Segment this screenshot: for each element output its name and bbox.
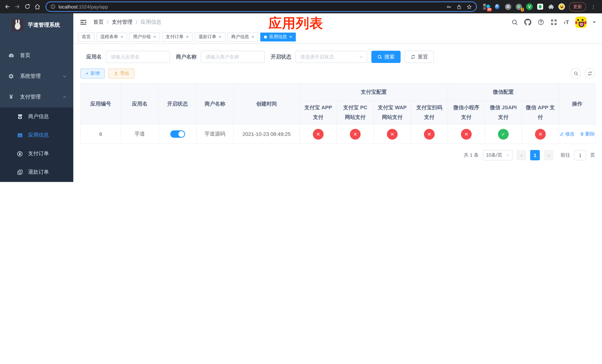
merchant-name-label: 商户名称 — [176, 54, 197, 60]
col-wx-mini: 微信小程序支付 — [448, 101, 485, 124]
add-button[interactable]: + 新增 — [80, 68, 105, 78]
sidebar-item-system[interactable]: 系统管理 — [0, 66, 73, 87]
chevron-down-icon — [505, 153, 509, 157]
dashboard-icon — [8, 52, 14, 59]
active-dot — [264, 35, 267, 38]
sidebar-item-merchant-info[interactable]: 商户信息 — [0, 107, 73, 126]
edit-link[interactable]: 修改 — [559, 131, 575, 137]
close-icon[interactable]: ✕ — [153, 35, 156, 39]
refresh-button[interactable] — [585, 68, 595, 78]
table-toolbar: + 新增 导出 — [80, 68, 595, 78]
tab-app-info[interactable]: 应用信息✕ — [260, 32, 296, 41]
site-info-icon[interactable] — [50, 4, 55, 9]
app-name-label: 应用名 — [86, 54, 102, 60]
tab-home[interactable]: 首页 — [78, 32, 94, 41]
share-icon[interactable] — [456, 4, 462, 10]
top-navbar: 首页 / 支付管理 / 应用信息 тT — [73, 13, 602, 31]
sidebar-item-home[interactable]: 首页 — [0, 45, 73, 66]
app-name-input[interactable] — [106, 51, 170, 63]
delete-link[interactable]: 删除 — [580, 131, 595, 137]
download-icon — [114, 71, 118, 75]
page-size-select[interactable]: 10条/页 — [483, 150, 512, 160]
browser-update-button[interactable]: 更新 — [569, 2, 586, 11]
tab-user-group[interactable]: 用户分组✕ — [129, 32, 160, 41]
goto-page-input[interactable] — [574, 150, 586, 160]
sidebar-item-app-info[interactable]: 应用信息 — [0, 126, 73, 144]
status-toggle[interactable] — [170, 130, 185, 138]
sidebar-collapse-icon[interactable] — [80, 18, 87, 26]
col-app-name: 应用名 — [121, 84, 159, 124]
col-group-alipay: 支付宝配置 — [300, 84, 448, 101]
current-page-button[interactable]: 1 — [530, 150, 540, 160]
browser-menu-icon[interactable]: ⋮ — [590, 4, 596, 10]
status-select[interactable]: 请选择开启状态 — [295, 51, 367, 63]
sidebar-item-infrastructure[interactable]: 基础设施 — [0, 182, 73, 182]
chevron-up-icon — [63, 95, 67, 99]
tab-process-form[interactable]: 流程表单✕ — [97, 32, 127, 41]
col-merchant: 商户名称 — [196, 84, 233, 124]
close-icon[interactable]: ✕ — [186, 35, 189, 39]
cell-merchant: 芋道源码 — [196, 124, 233, 144]
extension-recorder-icon[interactable]: 1 — [515, 3, 522, 10]
extension-green-app-icon[interactable] — [537, 3, 544, 10]
browser-home-button[interactable] — [34, 3, 41, 10]
sidebar-item-refund-order[interactable]: 退款订单 — [0, 163, 73, 182]
screen: localhost:1024/pay/app 10 ⌘ 1 V — [0, 0, 602, 182]
breadcrumb-payment[interactable]: 支付管理 — [112, 19, 133, 25]
col-operations: 操作 — [559, 84, 595, 124]
search-button[interactable]: 搜索 — [371, 51, 401, 63]
yen-circle-icon — [17, 150, 23, 157]
close-icon[interactable]: ✕ — [120, 35, 123, 39]
sidebar-item-payment[interactable]: ¥ 支付管理 — [0, 87, 73, 107]
extension-grid-icon[interactable]: 10 — [483, 3, 490, 10]
reset-button[interactable]: 重置 — [405, 51, 434, 63]
avatar-caret-icon[interactable] — [593, 21, 596, 24]
browser-forward-button[interactable] — [14, 3, 21, 10]
tab-merchant-info[interactable]: 商户信息✕ — [227, 32, 258, 41]
toggle-search-button[interactable] — [570, 68, 581, 78]
cell-app-id: 6 — [81, 124, 121, 144]
font-size-icon[interactable]: тT — [564, 19, 569, 25]
browser-reload-button[interactable] — [24, 3, 31, 10]
close-icon[interactable]: ✕ — [289, 35, 292, 39]
tab-pay-order[interactable]: 支付订单✕ — [162, 32, 193, 41]
extension-balloon-icon[interactable] — [494, 3, 501, 10]
extensions-puzzle-icon[interactable] — [548, 3, 554, 10]
sidebar-item-pay-order[interactable]: 支付订单 — [0, 144, 73, 163]
extension-command-icon[interactable]: ⌘ — [505, 3, 511, 10]
col-alipay-qr: 支付宝扫码支付 — [411, 101, 448, 124]
bookmark-star-icon[interactable] — [466, 4, 472, 10]
prev-page-button[interactable]: ‹ — [516, 150, 526, 160]
github-icon[interactable] — [525, 19, 531, 26]
sidebar-item-label: 应用信息 — [28, 132, 49, 139]
breadcrumb-home[interactable]: 首页 — [93, 19, 104, 25]
document-copy-icon — [17, 169, 23, 175]
merchant-name-input[interactable] — [201, 51, 265, 63]
col-alipay-wap: 支付宝 WAP 网站支付 — [374, 101, 411, 124]
fullscreen-icon[interactable] — [551, 19, 557, 25]
page-unit-label: 页 — [590, 152, 595, 159]
extension-v-icon[interactable]: V — [526, 3, 533, 10]
search-icon[interactable] — [511, 19, 518, 25]
pagination: 共 1 条 10条/页 ‹ 1 › 前往 页 — [80, 150, 595, 160]
close-icon[interactable]: ✕ — [218, 35, 222, 39]
sidebar-item-label: 系统管理 — [20, 73, 41, 80]
col-wx-app: 微信 APP 支付 — [522, 101, 559, 124]
tab-refund-order[interactable]: 退款订单✕ — [195, 32, 225, 41]
next-page-button[interactable]: › — [544, 150, 553, 160]
user-avatar[interactable] — [575, 16, 586, 28]
wx-app-status-icon: ✕ — [535, 129, 546, 139]
col-alipay-app: 支付宝 APP 支付 — [300, 101, 337, 124]
col-created: 创建时间 — [233, 84, 300, 124]
url-path: :1024/pay/app — [77, 4, 108, 10]
profile-avatar-icon[interactable] — [558, 3, 565, 10]
app-title: 芋道管理系统 — [28, 21, 60, 28]
help-icon[interactable] — [538, 19, 544, 25]
close-icon[interactable]: ✕ — [251, 35, 254, 39]
password-key-icon[interactable] — [446, 4, 452, 10]
browser-back-button[interactable] — [4, 3, 11, 10]
col-wx-jsapi: 微信 JSAPI 支付 — [485, 101, 522, 124]
address-bar[interactable]: localhost:1024/pay/app — [45, 1, 477, 12]
breadcrumb: 首页 / 支付管理 / 应用信息 — [93, 19, 161, 25]
export-button[interactable]: 导出 — [108, 68, 134, 78]
